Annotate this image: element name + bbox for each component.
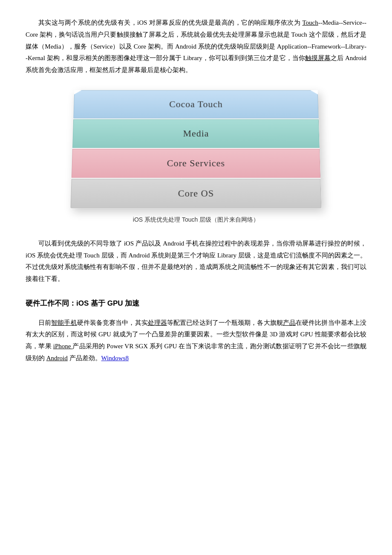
iphone-link: iPhone [53, 343, 73, 350]
main-content: 其实这与两个系统的优先级有关，iOS 对屏幕反应的优先级是最高的，它的响应顺序依… [26, 13, 366, 376]
diagram-3d-stack: Cocoa Touch Media Core Services Core OS [71, 90, 322, 208]
paragraph-1: 其实这与两个系统的优先级有关，iOS 对屏幕反应的优先级是最高的，它的响应顺序依… [26, 17, 366, 76]
windows8-link[interactable]: Windows8 [101, 355, 129, 361]
smartphone-link: 智能手机 [51, 319, 77, 326]
paragraph-2: 可以看到优先级的不同导致了 iOS 产品以及 Android 手机在操控过程中的… [26, 238, 366, 285]
touch-link: Touch [302, 19, 318, 26]
layer-media: Media [72, 119, 320, 148]
chumo-link: 触摸屏幕 [305, 55, 331, 61]
gpu-section-heading: 硬件工作不同：iOS 基于 GPU 加速 [26, 297, 366, 310]
layer-core-os: Core OS [71, 179, 322, 208]
android-link: Android [46, 355, 68, 361]
product-link: 产品 [283, 319, 296, 326]
cocoa-touch-label: Cocoa Touch [169, 96, 223, 113]
layer-core-services: Core Services [72, 149, 320, 178]
layer-cocoa-touch: Cocoa Touch [73, 90, 319, 118]
paragraph-3: 日前智能手机硬件装备竞赛当中，其实处理器等配置已经达到了一个瓶颈期，各大旗舰产品… [26, 317, 366, 364]
processor-link: 处理器 [148, 319, 167, 326]
core-services-label: Core Services [167, 155, 225, 172]
core-os-label: Core OS [178, 185, 214, 202]
diagram-wrapper: Cocoa Touch Media Core Services Core OS [72, 89, 320, 208]
media-label: Media [183, 125, 209, 142]
diagram-caption: iOS 系统优先处理 Touch 层级（图片来自网络） [133, 214, 259, 225]
ios-architecture-diagram: Cocoa Touch Media Core Services Core OS … [68, 89, 324, 225]
